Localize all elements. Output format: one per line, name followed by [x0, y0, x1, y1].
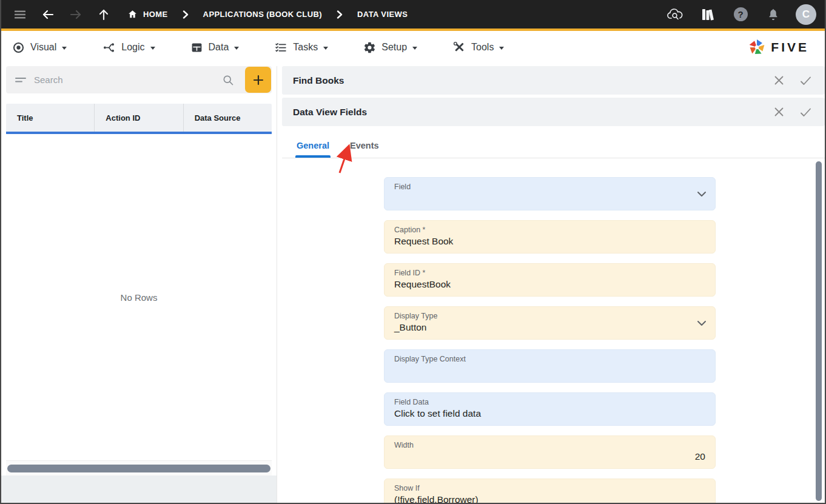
back-arrow-icon[interactable]	[38, 4, 58, 25]
chevron-down-icon	[150, 47, 155, 50]
section-title: Data View Fields	[293, 107, 367, 118]
chevron-down-icon	[499, 47, 504, 50]
form-field-width[interactable]: Width 20	[384, 435, 716, 469]
form-field-show-if[interactable]: Show If (!five.field.Borrower)	[384, 479, 716, 503]
form-field-field-data[interactable]: Field Data Click to set field data	[384, 392, 716, 426]
form-field-display-type-context[interactable]: Display Type Context	[384, 349, 716, 383]
close-icon[interactable]	[774, 107, 784, 117]
column-header-action-id[interactable]: Action ID	[94, 104, 183, 132]
form-field-display-type[interactable]: Display Type _Button	[384, 306, 716, 340]
tasks-checklist-icon	[274, 41, 287, 54]
search-input[interactable]	[34, 75, 222, 85]
chevron-down-icon	[62, 47, 67, 50]
menu-logic[interactable]: Logic	[102, 41, 155, 54]
breadcrumb-data-views[interactable]: DATA VIEWS	[357, 10, 408, 19]
form-field-field[interactable]: Field	[384, 177, 716, 210]
column-header-data-source[interactable]: Data Source	[183, 104, 272, 132]
five-logo: FIVE	[748, 38, 814, 56]
library-books-icon[interactable]	[697, 4, 718, 25]
help-icon[interactable]: ?	[730, 4, 751, 25]
brand-wordmark: FIVE	[771, 40, 809, 55]
menu-data[interactable]: Data	[190, 41, 240, 54]
detail-panel: Find Books Data View Fields	[277, 66, 825, 503]
form-area: Field Caption * Request Book Field ID * …	[282, 158, 825, 503]
breadcrumb: HOME APPLICATIONS (BOOK CLUB) DATA VIEWS	[127, 9, 408, 19]
page-title: Find Books	[293, 75, 344, 86]
tab-general[interactable]: General	[297, 141, 329, 158]
menu-tasks[interactable]: Tasks	[274, 41, 328, 54]
horizontal-scrollbar	[6, 460, 272, 475]
breadcrumb-applications[interactable]: APPLICATIONS (BOOK CLUB)	[203, 10, 322, 19]
forward-arrow-icon[interactable]	[65, 4, 86, 25]
gear-icon	[363, 41, 376, 54]
tab-bar: General Events	[282, 129, 825, 158]
home-icon	[127, 9, 138, 19]
search-icon[interactable]	[222, 74, 234, 86]
chevron-down-icon	[234, 47, 239, 50]
panel-footer	[1, 475, 277, 503]
plus-icon	[252, 74, 264, 86]
search-bar	[6, 66, 272, 93]
menu-tools[interactable]: Tools	[452, 41, 504, 54]
chevron-down-icon	[697, 318, 707, 329]
tab-events[interactable]: Events	[350, 141, 379, 158]
form-field-caption[interactable]: Caption * Request Book	[384, 220, 716, 254]
menu-bar: Visual Logic Data Tasks	[1, 31, 825, 64]
chevron-down-icon	[697, 189, 707, 200]
data-table-icon	[190, 41, 203, 54]
horizontal-scrollbar-thumb[interactable]	[7, 465, 270, 472]
confirm-check-icon[interactable]	[800, 76, 811, 86]
main-content: Title Action ID Data Source No Rows Find…	[1, 64, 825, 503]
data-view-fields-header: Data View Fields	[282, 98, 825, 126]
close-icon[interactable]	[774, 75, 784, 86]
cloud-search-icon[interactable]	[665, 4, 685, 25]
five-pinwheel-icon	[748, 38, 766, 56]
visual-icon	[12, 41, 25, 54]
top-bar: HOME APPLICATIONS (BOOK CLUB) DATA VIEWS	[1, 0, 825, 31]
hamburger-menu-icon[interactable]	[10, 4, 30, 25]
confirm-check-icon[interactable]	[800, 107, 811, 117]
up-arrow-icon[interactable]	[93, 4, 114, 25]
data-views-list-panel: Title Action ID Data Source No Rows	[1, 66, 277, 503]
find-books-header: Find Books	[282, 66, 825, 95]
vertical-scrollbar-thumb[interactable]	[816, 161, 822, 501]
chevron-down-icon	[323, 47, 328, 50]
chevron-down-icon	[412, 47, 417, 50]
avatar[interactable]: C	[796, 4, 816, 25]
form-field-field-id[interactable]: Field ID * RequestBook	[384, 263, 716, 297]
app-window: HOME APPLICATIONS (BOOK CLUB) DATA VIEWS	[0, 0, 826, 504]
notifications-bell-icon[interactable]	[763, 4, 784, 25]
menu-visual[interactable]: Visual	[12, 41, 67, 54]
table-body: No Rows	[6, 134, 272, 460]
chevron-right-icon	[183, 10, 189, 19]
tools-icon	[452, 41, 466, 54]
filter-list-icon[interactable]	[15, 75, 27, 85]
menu-setup[interactable]: Setup	[363, 41, 417, 54]
breadcrumb-home[interactable]: HOME	[127, 9, 168, 19]
table-header: Title Action ID Data Source	[6, 104, 272, 132]
chevron-right-icon	[337, 10, 343, 19]
column-header-title[interactable]: Title	[6, 104, 94, 132]
logic-icon	[102, 41, 116, 54]
empty-state-message: No Rows	[121, 292, 158, 303]
add-button[interactable]	[245, 67, 271, 93]
